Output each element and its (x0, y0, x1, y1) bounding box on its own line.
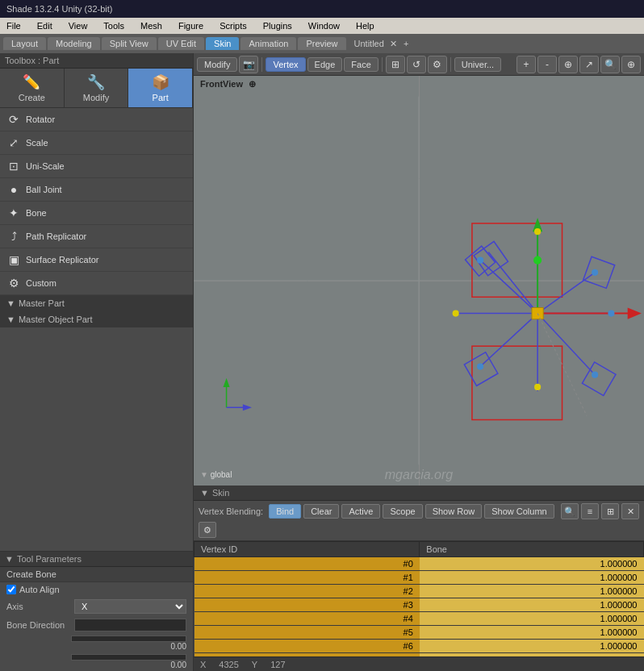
tab-plus[interactable]: + (399, 39, 413, 48)
vertex-table-container[interactable]: Vertex ID Bone #01.000000#11.000000#21.0… (194, 541, 644, 656)
vertex-id-cell: #0 (194, 557, 420, 571)
viewport-label: FrontView ⊕ (200, 79, 256, 90)
loop-icon[interactable]: ↺ (407, 56, 426, 73)
scope-button[interactable]: Scope (383, 504, 422, 519)
slider2[interactable] (71, 654, 186, 661)
titlebar-text: Shade 13.2.4 Unity (32-bit) (6, 4, 112, 14)
grid-vb-icon[interactable]: ⊞ (601, 503, 619, 519)
collapse-icon: ▼ (6, 298, 15, 308)
tab-create[interactable]: ✏️ Create (0, 69, 65, 107)
reset-icon[interactable]: ⊕ (621, 56, 641, 73)
tab-animation[interactable]: Animation (240, 37, 296, 50)
menu-plugins[interactable]: Plugins (260, 21, 295, 31)
fit-icon[interactable]: ⊕ (558, 56, 578, 73)
svg-point-26 (592, 372, 598, 378)
tool-rotator[interactable]: ⟳ Rotator (0, 108, 193, 131)
rotator-icon: ⟳ (6, 112, 21, 127)
bone-value-cell: 1.000000 (420, 598, 644, 612)
tabbar: Layout Modeling Split View UV Edit Skin … (0, 34, 644, 53)
close-vb-icon[interactable]: ✕ (621, 503, 639, 519)
slider2-value: 0.00 (71, 661, 186, 669)
menu-view[interactable]: View (65, 21, 91, 31)
tab-modify[interactable]: 🔧 Modify (65, 69, 129, 107)
bottom-section: ▼ Skin Vertex Blending: Bind Clear Activ… (194, 486, 644, 671)
scale-icon: ⤢ (6, 135, 21, 150)
modify-button[interactable]: Modify (197, 57, 237, 72)
settings-icon[interactable]: ⚙ (428, 56, 447, 73)
menu-tools[interactable]: Tools (100, 21, 128, 31)
menu-window[interactable]: Window (305, 21, 343, 31)
tool-custom[interactable]: ⚙ Custom (0, 272, 193, 295)
x-label: X (200, 660, 206, 669)
tool-path-replicator[interactable]: ⤴ Path Replicator (0, 225, 193, 248)
universe-button[interactable]: Univer... (454, 57, 501, 72)
viewport-drawing (194, 76, 644, 486)
slider1-row: 0.00 (0, 634, 193, 652)
tool-params-header: ▼ Tool Parameters (0, 552, 193, 567)
close-untitled-icon[interactable]: ✕ (390, 39, 397, 48)
settings-vb-icon[interactable]: ⚙ (199, 522, 216, 538)
vertex-id-cell: #5 (194, 626, 420, 640)
camera-icon[interactable]: 📷 (239, 56, 258, 73)
tool-scale[interactable]: ⤢ Scale (0, 131, 193, 155)
menu-scripts[interactable]: Scripts (216, 21, 250, 31)
section-master-object: ▼ Master Object Part (0, 311, 193, 327)
edge-button[interactable]: Edge (307, 57, 343, 72)
active-button[interactable]: Active (341, 504, 380, 519)
rotate-icon[interactable]: ↗ (579, 56, 599, 73)
bind-button[interactable]: Bind (269, 504, 301, 519)
axis-dropdown[interactable]: X Y Z (74, 599, 186, 614)
menu-edit[interactable]: Edit (34, 21, 56, 31)
zoom-minus-icon[interactable]: - (537, 56, 557, 73)
grid-icon[interactable]: ⊞ (386, 56, 405, 73)
untitled-tab[interactable]: Untitled ✕ (354, 39, 397, 49)
tab-skin[interactable]: Skin (206, 37, 239, 50)
face-button[interactable]: Face (344, 57, 378, 72)
show-column-button[interactable]: Show Column (484, 504, 554, 519)
search-vb-icon[interactable]: 🔍 (561, 503, 579, 519)
tab-uv-edit[interactable]: UV Edit (158, 37, 204, 50)
table-row: #41.000000 (194, 612, 644, 626)
tool-bone[interactable]: ✦ Bone (0, 202, 193, 225)
menu-figure[interactable]: Figure (175, 21, 207, 31)
vertex-id-cell: #6 (194, 640, 420, 653)
viewport[interactable]: FrontView ⊕ ▼ global mgarcia.org (194, 76, 644, 486)
zoom-plus-icon[interactable]: + (516, 56, 536, 73)
clear-button[interactable]: Clear (303, 504, 339, 519)
vertex-tbody: #01.000000#11.000000#21.000000#31.000000… (194, 557, 644, 657)
separator-1 (261, 57, 262, 72)
tab-part[interactable]: 📦 Part (128, 69, 193, 107)
tab-split-view[interactable]: Split View (102, 37, 157, 50)
svg-line-10 (537, 314, 595, 375)
show-row-button[interactable]: Show Row (425, 504, 483, 519)
vertex-button[interactable]: Vertex (266, 57, 305, 72)
auto-align-checkbox[interactable] (6, 585, 16, 594)
menu-file[interactable]: File (3, 21, 24, 31)
tool-ball-joint[interactable]: ● Ball Joint (0, 178, 193, 202)
tool-uni-scale[interactable]: ⊡ Uni-Scale (0, 155, 193, 178)
tab-preview[interactable]: Preview (298, 37, 345, 50)
tool-surface-replicator[interactable]: ▣ Surface Replicator (0, 248, 193, 272)
tab-layout[interactable]: Layout (3, 37, 46, 50)
vertex-table: Vertex ID Bone #01.000000#11.000000#21.0… (194, 541, 644, 656)
table-row: #51.000000 (194, 626, 644, 640)
vb-label: Vertex Blending: (199, 506, 263, 516)
menu-mesh[interactable]: Mesh (137, 21, 165, 31)
tool-list: ⟳ Rotator ⤢ Scale ⊡ Uni-Scale ● Ball Joi… (0, 108, 193, 551)
svg-point-31 (453, 310, 459, 317)
svg-rect-8 (583, 256, 615, 288)
skin-collapse-icon: ▼ (200, 488, 209, 498)
menu-help[interactable]: Help (353, 21, 378, 31)
y-label: Y (252, 660, 257, 669)
bone-direction-input[interactable]: 1.00 (74, 619, 186, 631)
table-row: #11.000000 (194, 571, 644, 585)
list-icon[interactable]: ≡ (581, 503, 599, 519)
table-row: #61.000000 (194, 640, 644, 653)
y-value: 127 (270, 660, 285, 669)
viewport-toolbar: Modify 📷 Vertex Edge Face ⊞ ↺ ⚙ Univer..… (194, 53, 644, 76)
vertex-id-cell: #1 (194, 571, 420, 585)
create-icon: ✏️ (3, 73, 61, 91)
search-icon[interactable]: 🔍 (600, 56, 620, 73)
slider1[interactable] (71, 636, 186, 642)
tab-modeling[interactable]: Modeling (48, 37, 100, 50)
